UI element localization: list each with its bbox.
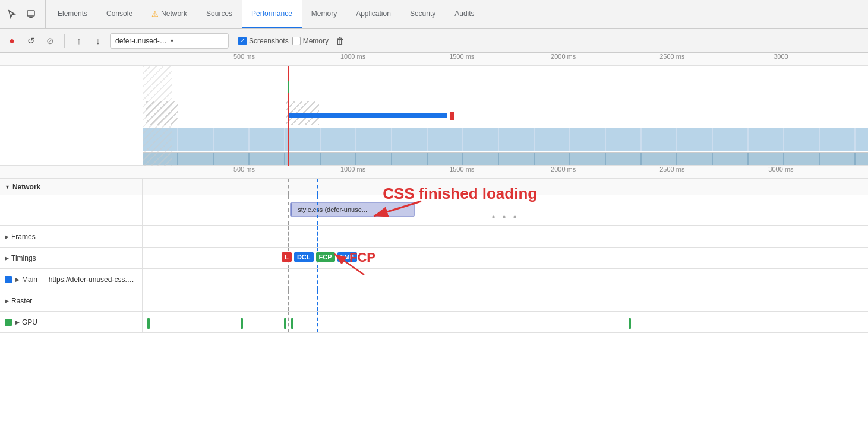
clear-button[interactable]: 🗑: [336, 36, 345, 46]
toolbar: ● ↺ ⊘ ↑ ↓ defer-unused-css.glitch.... ▾ …: [0, 29, 868, 53]
tab-console-label: Console: [106, 9, 132, 18]
dashed-blue-2: [317, 195, 318, 225]
network-bar-blue: [288, 113, 447, 118]
screenshot-strip-2: [143, 152, 868, 166]
bottom-ruler-2000: 2000 ms: [551, 166, 576, 173]
bottom-ruler-3000: 3000 ms: [768, 166, 793, 173]
svg-rect-1: [29, 17, 33, 18]
main-expand-arrow[interactable]: ▶: [15, 277, 20, 283]
tab-network[interactable]: ⚠ Network: [142, 0, 197, 28]
tab-elements-label: Elements: [58, 9, 87, 18]
timings-track: L DCL FCP FMP: [143, 248, 868, 268]
bottom-ruler-1500: 1500 ms: [449, 166, 474, 173]
ruler-label-1500: 1500 ms: [449, 53, 474, 60]
top-ruler: 500 ms 1000 ms 1500 ms 2000 ms 2500 ms 3…: [0, 53, 868, 66]
tab-icons: [5, 0, 46, 28]
network-track-content: style.css (defer-unuse... CSS finished l…: [143, 195, 868, 225]
main-dashed-blue: [317, 269, 318, 290]
main-track: FCP: [143, 269, 868, 290]
raster-dashed-gray: [288, 290, 289, 311]
raster-track: [143, 290, 868, 311]
screenshots-checkbox[interactable]: ✓ Screenshots: [238, 37, 289, 45]
tab-network-label: Network: [161, 9, 187, 18]
raster-expand-arrow[interactable]: ▶: [5, 298, 9, 304]
frames-dashed-gray: [288, 226, 289, 247]
green-bar-top: [288, 81, 289, 93]
network-expand-arrow[interactable]: ▼: [5, 184, 10, 190]
stop-button[interactable]: ⊘: [43, 34, 57, 48]
tab-application[interactable]: Application: [346, 0, 400, 28]
refresh-button[interactable]: ↺: [24, 34, 38, 48]
tab-security[interactable]: Security: [400, 0, 445, 28]
frames-dashed-blue: [317, 226, 318, 247]
bottom-ruler-1000: 1000 ms: [340, 166, 365, 173]
devtools-root: Elements Console ⚠ Network Sources Perfo…: [0, 0, 868, 422]
timings-label-cell: ▶ Timings: [0, 248, 143, 268]
gpu-section-row: ▶ GPU: [0, 312, 868, 333]
gpu-bar-5: [629, 318, 631, 329]
frames-label-cell: ▶ Frames: [0, 226, 143, 247]
frames-expand-arrow[interactable]: ▶: [5, 234, 9, 240]
gpu-track: [143, 312, 868, 332]
tab-bar: Elements Console ⚠ Network Sources Perfo…: [0, 0, 868, 29]
tab-memory[interactable]: Memory: [302, 0, 346, 28]
url-value: defer-unused-css.glitch....: [115, 37, 168, 45]
gpu-expand-arrow[interactable]: ▶: [15, 319, 20, 325]
url-selector[interactable]: defer-unused-css.glitch.... ▾: [110, 33, 229, 49]
dashed-line-blue-network: [317, 179, 318, 195]
bottom-panel: ▼ Network: [0, 179, 868, 422]
network-track-row: style.css (defer-unuse... CSS finished l…: [0, 195, 868, 225]
tab-memory-label: Memory: [311, 9, 337, 18]
css-bar-left-border: [291, 203, 292, 216]
tab-sources[interactable]: Sources: [197, 0, 242, 28]
tab-console[interactable]: Console: [97, 0, 142, 28]
cursor-icon[interactable]: [5, 7, 19, 21]
upload-button[interactable]: ↑: [72, 34, 86, 48]
timeline-content: [0, 66, 868, 166]
bottom-ruler: 500 ms 1000 ms 1500 ms 2000 ms 2500 ms 3…: [0, 166, 868, 179]
network-bar-end-marker: [450, 112, 454, 120]
screenshot-strip-row-2: [143, 152, 868, 165]
main-label: Main — https://defer-unused-css.glitch.m…: [22, 275, 137, 284]
gpu-bar-4: [291, 318, 293, 329]
record-button[interactable]: ●: [5, 34, 19, 48]
download-button[interactable]: ↓: [91, 34, 105, 48]
tab-performance[interactable]: Performance: [242, 0, 302, 28]
badge-dcl[interactable]: DCL: [294, 252, 314, 262]
gpu-bar-1: [147, 318, 150, 329]
main-section-row: ▶ Main — https://defer-unused-css.glitch…: [0, 269, 868, 290]
badge-l[interactable]: L: [282, 252, 292, 262]
main-icon: [5, 276, 12, 283]
screenshots-label: Screenshots: [249, 37, 289, 45]
screenshot-strip: [143, 128, 868, 152]
screenshots-checkbox-group: ✓ Screenshots Memory: [238, 37, 329, 45]
device-icon[interactable]: [24, 7, 38, 21]
svg-rect-0: [27, 11, 34, 16]
timeline-overview: 500 ms 1000 ms 1500 ms 2000 ms 2500 ms 3…: [0, 53, 868, 166]
dropdown-arrow-icon: ▾: [171, 37, 223, 44]
timings-section-row: ▶ Timings L DCL FCP FMP: [0, 248, 868, 269]
memory-checkbox[interactable]: Memory: [292, 37, 329, 45]
gpu-bar-2: [241, 318, 243, 329]
screenshot-strip-bg: [143, 128, 868, 151]
tab-audits[interactable]: Audits: [445, 0, 484, 28]
network-label-cell: ▼ Network: [0, 179, 143, 195]
ruler-label-1000: 1000 ms: [340, 53, 365, 60]
dashed-gray-2: [288, 195, 289, 225]
css-finished-label: CSS finished loading: [383, 185, 537, 203]
raster-label-cell: ▶ Raster: [0, 290, 143, 311]
timings-expand-arrow[interactable]: ▶: [5, 255, 9, 261]
tab-sources-label: Sources: [206, 9, 232, 18]
main-dashed-gray: [288, 269, 289, 290]
bottom-ruler-500: 500 ms: [233, 166, 255, 173]
tab-security-label: Security: [410, 9, 435, 18]
network-section: ▼ Network: [0, 179, 868, 226]
toolbar-separator-1: [64, 34, 65, 48]
tab-elements[interactable]: Elements: [48, 0, 97, 28]
memory-checkbox-box: [292, 37, 301, 45]
raster-section-row: ▶ Raster: [0, 290, 868, 312]
frames-track: [143, 226, 868, 247]
bottom-ruler-2500: 2500 ms: [659, 166, 684, 173]
fcp-label: FCP: [349, 250, 375, 265]
network-label-empty: [0, 195, 143, 225]
